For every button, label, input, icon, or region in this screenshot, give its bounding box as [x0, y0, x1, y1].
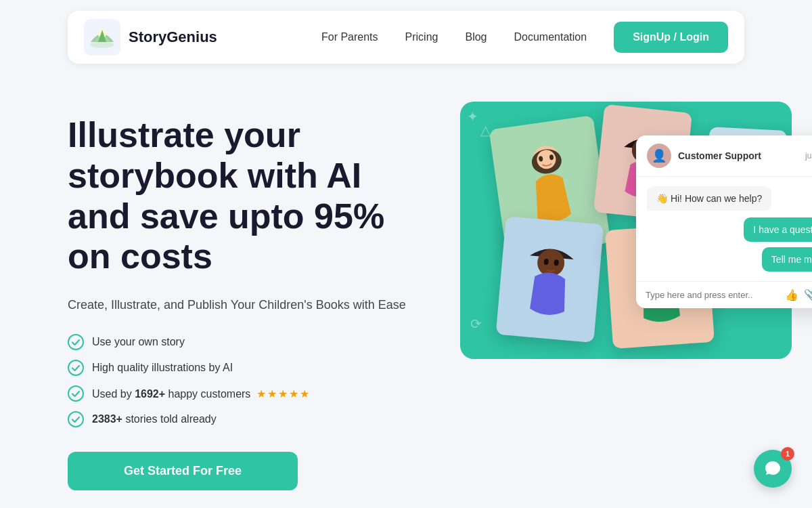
feature-item-3: Used by 1692+ happy customers ★★★★★ — [68, 385, 420, 402]
hero-subtext: Create, Illustrate, and Publish Your Chi… — [68, 296, 420, 315]
chat-notification-badge: 1 — [781, 447, 794, 461]
feature-item-2: High quality illustrations by AI — [68, 360, 420, 376]
chat-user-message-1: I have a question — [744, 217, 812, 242]
chat-bubble-icon — [764, 460, 782, 478]
attachment-icon[interactable]: 📎 — [804, 289, 812, 301]
svg-point-3 — [68, 335, 83, 350]
signup-login-button[interactable]: SignUp / Login — [614, 22, 728, 53]
chat-body: 👋 Hi! How can we help? I have a question… — [636, 177, 812, 281]
chat-agent: 👤 Customer Support — [647, 144, 761, 168]
doodle-star: ✦ — [467, 108, 478, 125]
feature-text-4: 2383+ stories told already — [92, 413, 217, 425]
feature-text-1: Use your own story — [92, 336, 185, 348]
doodle-spiral: ⟳ — [470, 316, 482, 332]
character-girl-3 — [518, 235, 583, 324]
chat-widget: 👤 Customer Support just now 👋 Hi! How ca… — [636, 135, 812, 308]
book-card-3 — [496, 216, 604, 343]
feature-text-2: High quality illustrations by AI — [92, 362, 233, 374]
feature-text-3: Used by 1692+ happy customers ★★★★★ — [92, 387, 309, 400]
chat-avatar: 👤 — [647, 144, 671, 168]
logo-icon — [84, 19, 120, 56]
chat-agent-name: Customer Support — [678, 150, 761, 161]
feature-item-4: 2383+ stories told already — [68, 411, 420, 427]
chat-header: 👤 Customer Support just now — [636, 135, 812, 177]
chat-agent-message: 👋 Hi! How can we help? — [647, 186, 771, 211]
check-icon-1 — [68, 334, 84, 350]
hero-section: Illustrate your storybook with AI and sa… — [0, 75, 812, 490]
hero-headline: Illustrate your storybook with AI and sa… — [68, 115, 420, 277]
check-icon-2 — [68, 360, 84, 376]
stories-count: 2383+ — [92, 413, 122, 425]
feature-item-1: Use your own story — [68, 334, 420, 350]
nav-links: For Parents Pricing Blog Documentation — [321, 31, 587, 43]
logo-text: StoryGenius — [129, 28, 217, 46]
feature-list: Use your own story High quality illustra… — [68, 334, 420, 427]
nav-link-documentation[interactable]: Documentation — [514, 31, 587, 43]
nav-link-for-parents[interactable]: For Parents — [321, 31, 378, 43]
customer-count: 1692+ — [135, 388, 165, 400]
svg-point-5 — [68, 386, 83, 401]
svg-point-4 — [68, 360, 83, 375]
chat-timestamp: just now — [805, 151, 812, 161]
logo[interactable]: StoryGenius — [84, 19, 217, 56]
svg-point-1 — [90, 41, 114, 48]
chat-input-field[interactable] — [646, 290, 780, 300]
chat-action-icons: 👍 📎 😊 — [785, 289, 812, 301]
thumbs-up-icon[interactable]: 👍 — [785, 289, 798, 301]
check-icon-4 — [68, 411, 84, 427]
nav-link-pricing[interactable]: Pricing — [405, 31, 438, 43]
navbar: StoryGenius For Parents Pricing Blog Doc… — [68, 11, 744, 64]
get-started-button[interactable]: Get Started For Free — [68, 452, 298, 490]
check-icon-3 — [68, 385, 84, 402]
chat-input-row[interactable]: 👍 📎 😊 — [636, 281, 812, 308]
nav-link-blog[interactable]: Blog — [465, 31, 487, 43]
floating-chat-button[interactable]: 1 — [754, 450, 792, 488]
hero-left: Illustrate your storybook with AI and sa… — [68, 102, 420, 490]
svg-point-6 — [68, 412, 83, 427]
hero-right: ✦ △ ⟳ ··· — [460, 102, 792, 366]
chat-user-message-2: Tell me more — [762, 247, 812, 272]
star-rating: ★★★★★ — [256, 387, 309, 400]
